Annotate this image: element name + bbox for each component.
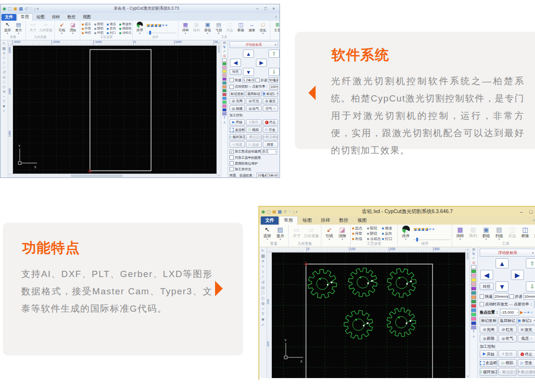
layer-color-swatch[interactable] <box>471 278 476 282</box>
palette-tool-icon[interactable]: ✓ <box>472 256 475 260</box>
control-button-开始[interactable]: ▶开始 <box>229 119 245 126</box>
redo-icon[interactable]: ↻ <box>288 210 292 214</box>
ribbon-button-飞切[interactable]: ▤飞切▼ <box>213 22 224 34</box>
layer-color-swatch[interactable] <box>471 313 476 316</box>
tab-常用[interactable]: 常用 <box>17 13 33 21</box>
jog-up-button[interactable]: ▲ <box>243 50 254 58</box>
sort-slider[interactable] <box>147 31 177 35</box>
sort-link-icons[interactable]: «» <box>414 227 450 231</box>
tool-icon[interactable]: ↺ <box>261 280 265 285</box>
fast-checkbox[interactable]: 快速 <box>229 78 242 83</box>
tab-视图[interactable]: 视图 <box>79 14 94 21</box>
tool-icon[interactable]: ↺ <box>2 70 6 75</box>
layer-color-swatch[interactable] <box>222 108 227 112</box>
control-button-回退[interactable]: ◁回退 <box>229 141 245 148</box>
toggle-button-吹气[interactable]: 吹气 <box>246 105 261 112</box>
ribbon-button-排样[interactable]: ▦排样▼ <box>180 22 191 34</box>
ribbon-item-环切[interactable]: 环切 <box>94 31 106 35</box>
text-tool-icon[interactable]: T <box>223 116 225 120</box>
toggle-button-激光[interactable]: 激光 <box>518 326 535 333</box>
anchor-tool-icon[interactable]: ⊥ <box>223 120 226 124</box>
new-file-icon[interactable]: ▢ <box>8 7 12 11</box>
ribbon-button-阵列[interactable]: ▦阵列 <box>467 226 480 240</box>
control-button-断点定位[interactable]: →断点定位 <box>498 368 516 376</box>
tool-icon[interactable]: T <box>262 312 265 316</box>
ribbon-item-微连[interactable]: 微连 <box>382 226 396 231</box>
window-button[interactable]: □ <box>527 209 535 215</box>
control-button-暂停[interactable]: ‖暂停 <box>246 119 261 126</box>
tool-icon[interactable]: ~ <box>262 306 264 311</box>
tool-icon[interactable]: ○ <box>262 269 264 274</box>
ribbon-item-反向[interactable]: 反向 <box>107 26 118 31</box>
tool-icon[interactable]: □ <box>3 80 5 84</box>
ribbon-button-清除[interactable]: ◪清除▼ <box>67 22 78 34</box>
checkbox-加工完成自动返回[interactable]: ✓加工完成自动返回 <box>229 149 261 154</box>
layer-color-swatch[interactable] <box>222 74 227 77</box>
palette-tool-icon[interactable]: ✓ <box>223 50 226 53</box>
window-button[interactable]: – <box>517 209 525 215</box>
ribbon-button-测量[interactable]: ↔测量 <box>532 226 535 240</box>
control-button-模拟[interactable]: ▷模拟 <box>246 126 261 133</box>
tool-icon[interactable]: # <box>262 259 264 264</box>
checkbox-启用软限位保护[interactable]: 启用软限位保护 <box>229 161 258 166</box>
tab-视图[interactable]: 视图 <box>353 216 371 225</box>
mark-button-标记坐标[interactable]: 标记坐标 <box>480 317 497 325</box>
layer-color-swatch[interactable] <box>471 287 476 291</box>
ribbon-button-群组[interactable]: ▣群组▼ <box>202 22 213 34</box>
palette-tool-icon[interactable]: ▤ <box>472 248 475 252</box>
focus-minus-icon[interactable]: − <box>524 310 526 315</box>
ribbon-item-起点[interactable]: 起点 <box>352 226 366 231</box>
tool-icon[interactable]: ↖ <box>261 248 265 253</box>
palette-tool-icon[interactable]: ◎ <box>472 261 475 265</box>
ribbon-item-倒圆角[interactable]: 倒圆角 <box>119 26 131 31</box>
focus-down-button[interactable]: ⇩ <box>526 281 535 291</box>
ribbon-button-显示[interactable]: ▤显示▼ <box>13 22 24 34</box>
tool-icon[interactable]: □ <box>262 291 264 295</box>
sort-link-icons[interactable]: «» <box>147 23 177 27</box>
new-file-icon[interactable]: ▢ <box>267 210 271 214</box>
ribbon-button-群组[interactable]: ▣群组▼ <box>480 226 493 240</box>
palette-tool-icon[interactable]: ⇅ <box>472 252 475 256</box>
layer-color-swatch[interactable] <box>222 58 227 62</box>
toggle-button-光闸[interactable]: 光闸 <box>480 326 497 333</box>
ribbon-item-补偿[interactable]: 补偿 <box>82 31 93 35</box>
control-button-走边框[interactable]: 走边框 <box>229 126 245 133</box>
ribbon-button-排序[interactable]: 排序▼ <box>399 226 412 241</box>
tool-icon[interactable]: ◎ <box>261 285 265 290</box>
distance-speed-select[interactable]: 3米/分∨ <box>268 173 278 177</box>
toggle-select-空气[interactable]: 空气∨ <box>263 105 278 112</box>
jog-aux-button[interactable]: 转径 <box>480 283 494 290</box>
jog-aux-button[interactable]: 转径 <box>229 69 242 75</box>
tool-icon[interactable]: ◇ <box>261 296 265 301</box>
tool-icon[interactable]: ▦ <box>2 46 6 51</box>
control-button-循环加工[interactable]: ↻循环加工 <box>480 368 497 376</box>
app-logo-icon[interactable]: ◉ <box>2 7 6 11</box>
ribbon-item-微连[interactable]: 微连 <box>107 22 118 26</box>
control-button-回零[interactable]: 回零 <box>518 377 535 379</box>
jog-right-button[interactable]: ▶ <box>256 59 267 67</box>
collapse-ribbon-icon[interactable]: ∧ <box>275 15 277 19</box>
undo-icon[interactable]: ↺ <box>24 7 28 11</box>
mark-button-返回标记[interactable]: 返回标记 <box>498 317 516 325</box>
ribbon-item-反向[interactable]: 反向 <box>382 231 396 236</box>
tool-icon[interactable]: ⊕ <box>261 301 265 306</box>
ribbon-item-封口[interactable]: 封口 <box>107 31 118 35</box>
step-size-select[interactable]: 50毫米∨ <box>268 77 278 83</box>
layer-color-swatch[interactable] <box>471 300 476 303</box>
toggle-button-红光[interactable]: 红光 <box>246 98 261 104</box>
control-button-回退[interactable]: ◁回退 <box>480 377 497 379</box>
tool-icon[interactable]: + <box>3 56 5 60</box>
mark-button-标记坐标[interactable]: 标记坐标 <box>229 90 245 97</box>
tab-文件[interactable]: 文件 <box>261 216 279 225</box>
tool-icon[interactable]: ∕ <box>263 275 264 279</box>
ribbon-item-冷却点[interactable]: 冷却点 <box>119 31 131 35</box>
tab-数控[interactable]: 数控 <box>335 216 353 225</box>
layer-color-swatch[interactable] <box>471 321 476 325</box>
dock-header[interactable]: 浮动坐标系▼ <box>229 41 278 48</box>
sort-slider-handle[interactable] <box>416 238 418 241</box>
palette-tool-icon[interactable]: ⇅ <box>223 45 226 49</box>
control-button-开始[interactable]: ▶开始 <box>480 350 497 358</box>
focus-down-button[interactable]: ⇩ <box>268 68 280 76</box>
tool-icon[interactable]: ✓ <box>2 109 6 113</box>
window-button[interactable]: – <box>254 6 261 11</box>
